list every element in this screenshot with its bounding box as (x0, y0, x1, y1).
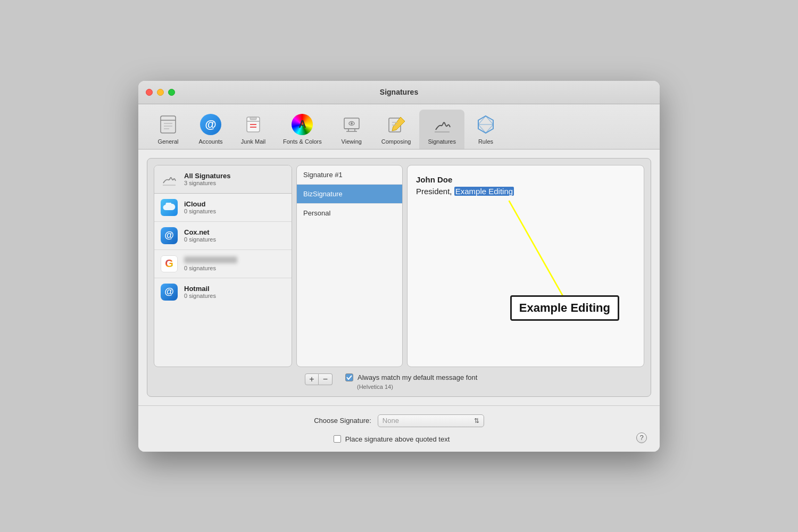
toolbar-label-fonts-colors: Fonts & Colors (283, 138, 322, 145)
three-column-layout: All Signatures 3 signatures iCloud 0 (154, 165, 644, 367)
coxnet-name: Cox.net (184, 228, 216, 236)
toolbar-item-rules[interactable]: Rules (464, 110, 507, 149)
sig-line2-prefix: President, (416, 187, 454, 196)
always-match-sub: (Helvetica 14) (357, 384, 477, 390)
hotmail-name: Hotmail (184, 285, 216, 293)
traffic-lights (146, 89, 175, 96)
icloud-info: iCloud 0 signatures (184, 200, 216, 214)
google-name (184, 256, 237, 265)
svg-rect-7 (250, 117, 256, 120)
toolbar-item-viewing[interactable]: Viewing (330, 110, 373, 149)
chevron-updown-icon: ⇅ (474, 417, 479, 425)
svg-line-25 (486, 124, 493, 133)
hotmail-sigs: 0 signatures (184, 293, 216, 299)
signatures-icon (430, 113, 454, 136)
rules-icon (474, 113, 497, 136)
toolbar-label-composing: Composing (381, 138, 411, 145)
footer-bottom: Place signature above quoted text ? (147, 433, 651, 443)
choose-signature-select[interactable]: None ⇅ (378, 414, 484, 427)
google-info: 0 signatures (184, 256, 237, 271)
svg-point-12 (351, 122, 353, 124)
junkmail-icon (242, 113, 265, 136)
toolbar-item-junkmail[interactable]: Junk Mail (232, 110, 275, 149)
all-signatures-name: All Signatures (184, 172, 230, 180)
composing-icon (385, 113, 408, 136)
all-signatures-icon (161, 171, 178, 188)
always-match-checkbox[interactable] (345, 373, 353, 381)
minimize-button[interactable] (157, 89, 164, 96)
signature-text: John Doe President, Example Editing (416, 174, 635, 198)
choose-signature-row: Choose Signature: None ⇅ (314, 414, 484, 427)
sig-item-biz[interactable]: BizSignature (297, 185, 402, 204)
close-button[interactable] (146, 89, 153, 96)
sig-line1: John Doe (416, 174, 635, 186)
svg-line-26 (478, 124, 486, 133)
accounts-list: All Signatures 3 signatures iCloud 0 (154, 165, 292, 367)
annotation-box: Example Editing (510, 295, 619, 321)
toolbar-label-junkmail: Junk Mail (241, 138, 265, 145)
toolbar-item-composing[interactable]: Composing (373, 110, 420, 149)
signature-options: Always match my default message font (He… (345, 373, 477, 390)
place-signature-row: Place signature above quoted text (334, 435, 450, 443)
signature-preview: John Doe President, Example Editing (407, 165, 644, 367)
svg-line-22 (486, 116, 493, 124)
always-match-row: Always match my default message font (345, 373, 477, 381)
choose-signature-value: None (383, 417, 399, 425)
coxnet-info: Cox.net 0 signatures (184, 228, 216, 243)
toolbar-item-general[interactable]: General (147, 110, 189, 149)
google-sigs: 0 signatures (184, 265, 237, 271)
place-signature-checkbox[interactable] (334, 435, 341, 443)
hotmail-icon: @ (161, 284, 178, 301)
content-area: All Signatures 3 signatures iCloud 0 (138, 149, 660, 405)
toolbar-item-signatures[interactable]: Signatures (419, 110, 464, 149)
google-icon: G (161, 255, 178, 272)
sig-item-personal[interactable]: Personal (297, 204, 402, 222)
toolbar-label-accounts: Accounts (198, 138, 222, 145)
annotation-container: Example Editing (416, 174, 635, 358)
icloud-name: iCloud (184, 200, 216, 208)
coxnet-sigs: 0 signatures (184, 236, 216, 243)
toolbar: General @ Accounts Junk Mail A (138, 104, 660, 149)
icloud-icon (161, 199, 178, 216)
remove-signature-button[interactable]: − (319, 373, 332, 385)
annotation-arrow (416, 174, 635, 358)
titlebar: Signatures (138, 81, 660, 104)
all-signatures-info: All Signatures 3 signatures (184, 172, 230, 186)
toolbar-label-signatures: Signatures (428, 138, 456, 145)
hotmail-info: Hotmail 0 signatures (184, 285, 216, 299)
sig-line2-highlight: Example Editing (454, 187, 514, 196)
account-item-all[interactable]: All Signatures 3 signatures (154, 165, 292, 194)
window-title: Signatures (380, 88, 418, 96)
account-item-google[interactable]: G 0 signatures (154, 250, 292, 278)
account-item-icloud[interactable]: iCloud 0 signatures (154, 194, 292, 222)
all-signatures-count: 3 signatures (184, 180, 230, 186)
coxnet-icon: @ (161, 227, 178, 244)
toolbar-label-viewing: Viewing (342, 138, 362, 145)
toolbar-item-fonts-colors[interactable]: A Fonts & Colors (275, 110, 330, 149)
viewing-icon (340, 113, 363, 136)
always-match-label: Always match my default message font (358, 373, 477, 381)
toolbar-item-accounts[interactable]: @ Accounts (189, 110, 232, 149)
maximize-button[interactable] (168, 89, 175, 96)
sig-line2: President, Example Editing (416, 186, 635, 198)
choose-signature-label: Choose Signature: (314, 417, 371, 425)
footer: Choose Signature: None ⇅ Place signature… (138, 405, 660, 452)
account-item-hotmail[interactable]: @ Hotmail 0 signatures (154, 278, 292, 306)
sig-item-1[interactable]: Signature #1 (297, 165, 402, 185)
place-signature-label: Place signature above quoted text (345, 435, 450, 443)
add-signature-button[interactable]: + (305, 373, 319, 385)
svg-line-28 (509, 201, 564, 297)
signatures-list: Signature #1 BizSignature Personal (296, 165, 403, 367)
place-sig-container: Place signature above quoted text (147, 435, 636, 443)
main-window: Signatures General @ Accounts (138, 81, 660, 452)
svg-line-23 (478, 116, 486, 124)
add-remove-buttons: + − (305, 373, 332, 385)
svg-rect-0 (161, 116, 176, 133)
account-item-coxnet[interactable]: @ Cox.net 0 signatures (154, 222, 292, 250)
at-icon: @ (200, 114, 221, 135)
signatures-panel: All Signatures 3 signatures iCloud 0 (147, 158, 651, 397)
help-button[interactable]: ? (636, 433, 647, 443)
general-icon (156, 113, 180, 136)
icloud-sigs: 0 signatures (184, 208, 216, 214)
fonts-colors-icon: A (290, 113, 314, 136)
